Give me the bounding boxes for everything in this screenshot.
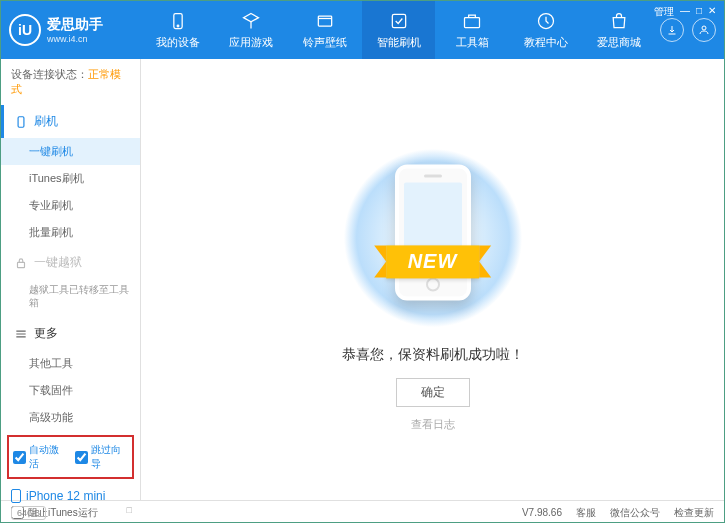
app-header: 管理 — □ ✕ iU 爱思助手 www.i4.cn 我的设备应用游戏铃声壁纸智… [1, 1, 724, 59]
sidebar-item-more-2[interactable]: 高级功能 [1, 404, 140, 431]
device-name: iPhone 12 mini [11, 489, 130, 503]
nav-0[interactable]: 我的设备 [141, 1, 215, 59]
device-storage: 64GB [11, 506, 46, 520]
view-log-link[interactable]: 查看日志 [411, 417, 455, 432]
wechat-link[interactable]: 微信公众号 [610, 506, 660, 520]
stage: NEW 恭喜您，保资料刷机成功啦！ 确定 查看日志 [141, 59, 724, 500]
success-illustration: NEW [343, 148, 523, 328]
nav-icon-5 [536, 11, 556, 31]
nav-3[interactable]: 智能刷机 [362, 1, 436, 59]
device-status: 设备连接状态：正常模式 [1, 59, 140, 105]
update-link[interactable]: 检查更新 [674, 506, 714, 520]
nav-1[interactable]: 应用游戏 [215, 1, 289, 59]
sidebar-item-flash-2[interactable]: 专业刷机 [1, 192, 140, 219]
svg-rect-8 [18, 262, 25, 267]
device-info[interactable]: iPhone 12 mini 64GB □ Down-12mini-13,1 [1, 483, 140, 523]
minimize-button[interactable]: — [680, 5, 690, 19]
sidebar-item-more-1[interactable]: 下载固件 [1, 377, 140, 404]
svg-rect-3 [392, 14, 405, 27]
nav-icon-4 [462, 11, 482, 31]
sidebar-item-more-0[interactable]: 其他工具 [1, 350, 140, 377]
download-button[interactable] [660, 18, 684, 42]
nav-icon-6 [609, 11, 629, 31]
new-ribbon: NEW [386, 245, 480, 278]
lock-icon [14, 256, 28, 270]
sidebar-item-flash-0[interactable]: 一键刷机 [1, 138, 140, 165]
nav-icon-3 [389, 11, 409, 31]
app-title: 爱思助手 [47, 16, 103, 34]
main-panel: NEW 恭喜您，保资料刷机成功啦！ 确定 查看日志 [141, 59, 724, 500]
sidebar-item-flash-1[interactable]: iTunes刷机 [1, 165, 140, 192]
nav-4[interactable]: 工具箱 [435, 1, 509, 59]
svg-rect-2 [318, 16, 331, 26]
options-box: 自动激活 跳过向导 [7, 435, 134, 479]
logo[interactable]: iU 爱思助手 www.i4.cn [9, 14, 141, 46]
phone-icon [14, 115, 28, 129]
category-more[interactable]: 更多 [1, 317, 140, 350]
service-link[interactable]: 客服 [576, 506, 596, 520]
logo-icon: iU [9, 14, 41, 46]
maximize-button[interactable]: □ [696, 5, 702, 19]
skip-wizard-checkbox[interactable]: 跳过向导 [75, 443, 129, 471]
window-controls: 管理 — □ ✕ [654, 5, 716, 19]
main-nav: 我的设备应用游戏铃声壁纸智能刷机工具箱教程中心爱思商城 [141, 1, 656, 59]
nav-icon-0 [168, 11, 188, 31]
nav-icon-1 [241, 11, 261, 31]
app-url: www.i4.cn [47, 34, 103, 44]
success-message: 恭喜您，保资料刷机成功啦！ [342, 346, 524, 364]
battery-icon: □ [127, 505, 132, 515]
header-actions [660, 18, 716, 42]
menu-button[interactable]: 管理 [654, 5, 674, 19]
category-jailbreak[interactable]: 一键越狱 [1, 246, 140, 279]
close-button[interactable]: ✕ [708, 5, 716, 19]
svg-rect-7 [18, 116, 24, 127]
user-button[interactable] [692, 18, 716, 42]
auto-activate-checkbox[interactable]: 自动激活 [13, 443, 67, 471]
menu-icon [14, 327, 28, 341]
version-label: V7.98.66 [522, 507, 562, 518]
sidebar-item-flash-3[interactable]: 批量刷机 [1, 219, 140, 246]
ok-button[interactable]: 确定 [396, 378, 470, 407]
svg-point-6 [702, 26, 706, 30]
jailbreak-note: 越狱工具已转移至工具箱 [1, 279, 140, 317]
category-flash[interactable]: 刷机 [1, 105, 140, 138]
nav-icon-2 [315, 11, 335, 31]
nav-2[interactable]: 铃声壁纸 [288, 1, 362, 59]
svg-rect-4 [465, 17, 480, 27]
nav-5[interactable]: 教程中心 [509, 1, 583, 59]
nav-6[interactable]: 爱思商城 [582, 1, 656, 59]
sidebar: 设备连接状态：正常模式 刷机 一键刷机iTunes刷机专业刷机批量刷机 一键越狱… [1, 59, 141, 500]
svg-point-1 [177, 25, 179, 27]
app-body: 设备连接状态：正常模式 刷机 一键刷机iTunes刷机专业刷机批量刷机 一键越狱… [1, 59, 724, 500]
